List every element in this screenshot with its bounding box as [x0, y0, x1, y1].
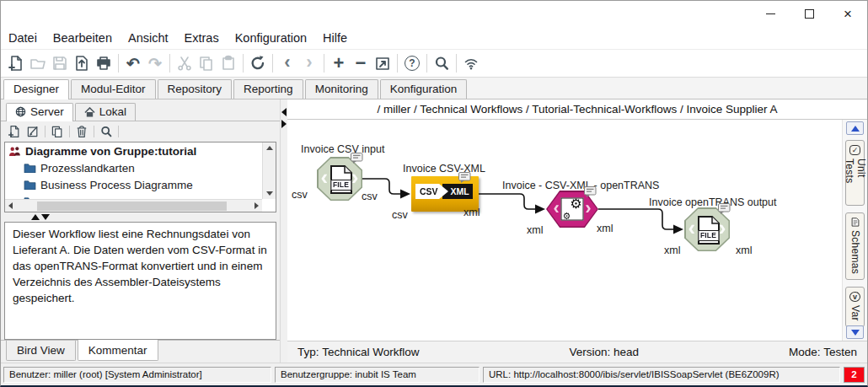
comment-text: Dieser Workflow liest eine Rechnungsdate… — [13, 228, 267, 304]
tree-horizontal-scrollbar[interactable] — [5, 199, 262, 212]
search-icon[interactable] — [431, 52, 453, 74]
copy-icon[interactable] — [196, 52, 217, 74]
canvas-column: / miller / Technical Workflows / Tutoria… — [287, 99, 867, 363]
folder-icon — [24, 163, 36, 173]
tab-bird-view[interactable]: Bird View — [6, 341, 76, 361]
tab-lokal-label: Lokal — [99, 105, 126, 118]
menu-konfiguration[interactable]: Konfiguration — [235, 31, 307, 45]
maximize-button[interactable] — [790, 1, 828, 26]
close-icon: × — [844, 7, 852, 21]
node-label: Invoice CSV input — [301, 143, 384, 155]
forward-icon[interactable]: › — [298, 52, 320, 74]
print-icon[interactable] — [93, 52, 115, 74]
fit-view-icon[interactable] — [372, 52, 394, 74]
dock-tab-schemas[interactable]: Schemas — [845, 212, 865, 280]
tab-repository[interactable]: Repository — [158, 79, 233, 99]
connection-icon[interactable] — [460, 52, 482, 74]
redo-icon[interactable]: ↷ — [144, 52, 166, 74]
tab-monitoring[interactable]: Monitoring — [305, 79, 378, 99]
undo-icon[interactable]: ↶ — [122, 52, 144, 74]
save-icon[interactable] — [49, 52, 71, 74]
comment-badge-icon[interactable] — [584, 186, 597, 198]
refresh-icon[interactable] — [247, 52, 269, 74]
tree-root[interactable]: Diagramme von Gruppe:tutorial — [5, 142, 262, 159]
tree-item-prozesslandkarten[interactable]: Prozesslandkarten — [5, 159, 262, 176]
tab-modul-editor[interactable]: Modul-Editor — [71, 79, 156, 99]
tab-server-label: Server — [30, 105, 64, 118]
collapse-left-icon[interactable] — [281, 108, 287, 116]
open-folder-icon[interactable] — [27, 52, 49, 74]
dock-tab-var[interactable]: v Var — [845, 287, 865, 327]
tree-comment-splitter[interactable] — [1, 212, 280, 222]
toolbar-separator — [456, 54, 457, 73]
tree-vertical-scrollbar[interactable] — [262, 142, 276, 199]
copy-icon[interactable] — [48, 123, 67, 140]
zoom-in-icon[interactable]: + — [328, 52, 350, 74]
dock-tab-unit-tests[interactable]: ✓ Unit Tests — [845, 140, 865, 206]
down-arrow-icon — [851, 330, 860, 336]
new-diagram-icon[interactable] — [5, 123, 24, 140]
comment-panel[interactable]: Dieser Workflow liest eine Rechnungsdate… — [4, 222, 276, 340]
tree-item-business-process-diagramme[interactable]: Business Process Diagramme — [5, 176, 262, 193]
menu-datei[interactable]: Datei — [8, 31, 37, 45]
splitter-up-icon[interactable] — [31, 214, 40, 220]
new-document-icon[interactable] — [5, 52, 27, 74]
paste-icon[interactable] — [217, 52, 239, 74]
menu-ansicht[interactable]: Ansicht — [128, 31, 169, 45]
up-arrow-icon — [851, 126, 860, 132]
port-label: xml — [463, 207, 480, 218]
tree-root-label: Diagramme von Gruppe:tutorial — [25, 145, 196, 158]
search-icon[interactable] — [97, 123, 115, 140]
main-tab-bar: Designer Modul-Editor Repository Reporti… — [1, 78, 867, 99]
comment-badge-icon[interactable] — [718, 203, 731, 215]
canvas-scroll-up-button[interactable] — [846, 121, 864, 135]
port-label: csv — [292, 189, 308, 201]
comment-badge-icon[interactable] — [458, 172, 472, 184]
tab-kommentar[interactable]: Kommentar — [78, 340, 158, 361]
workflow-mode: Mode: Testen — [789, 346, 857, 358]
chevron-right-icon: › — [719, 217, 726, 239]
status-bar: Benutzer: miller (root) [System Administ… — [1, 363, 867, 385]
toolbar-separator — [397, 54, 398, 73]
scroll-up-icon[interactable] — [266, 146, 273, 150]
menu-hilfe[interactable]: Hilfe — [323, 31, 347, 45]
help-icon[interactable]: ? — [401, 52, 423, 74]
canvas-scroll-down-button[interactable] — [846, 325, 864, 339]
toolbar-separator — [426, 54, 427, 73]
toolbar-separator — [324, 54, 324, 73]
scroll-right-icon[interactable] — [255, 202, 259, 209]
back-icon[interactable]: ‹ — [276, 52, 298, 74]
zoom-out-icon[interactable]: − — [350, 52, 372, 74]
splitter-down-icon[interactable] — [41, 214, 50, 220]
tab-konfiguration[interactable]: Konfiguration — [380, 79, 468, 99]
tree-item-clipped[interactable] — [5, 193, 262, 199]
minimize-button[interactable] — [751, 1, 790, 26]
toolbar-separator — [118, 126, 119, 137]
workflow-canvas[interactable]: Invoice CSV input ‹ › FILE csv csv — [287, 120, 842, 341]
globe-icon — [15, 106, 26, 117]
panel-splitter[interactable] — [281, 99, 287, 363]
collapse-right-icon[interactable] — [281, 120, 287, 128]
gears-icon: ⚙ ⚙ — [561, 198, 584, 221]
scroll-left-icon[interactable] — [8, 202, 13, 209]
tab-lokal[interactable]: Lokal — [75, 103, 136, 121]
tab-reporting[interactable]: Reporting — [233, 79, 303, 99]
menu-bearbeiten[interactable]: Bearbeiten — [53, 31, 112, 45]
tab-designer[interactable]: Designer — [3, 79, 69, 99]
tree-item-label: Business Process Diagramme — [40, 179, 193, 191]
scrollbar-thumb[interactable] — [37, 202, 227, 211]
chevron-left-icon: ‹ — [554, 199, 560, 218]
edit-icon[interactable] — [24, 123, 42, 140]
close-button[interactable]: × — [828, 1, 867, 26]
delete-icon[interactable] — [72, 123, 91, 140]
status-group: Benutzergruppe: inubit IS Team — [275, 367, 480, 383]
dock-tab-label: Var — [849, 305, 861, 321]
scroll-down-icon[interactable] — [266, 191, 273, 196]
comment-badge-icon[interactable] — [351, 153, 364, 164]
message-count-badge[interactable]: 2 — [844, 367, 865, 383]
port-label: xml — [527, 224, 543, 236]
cut-icon[interactable] — [174, 52, 196, 74]
tab-server[interactable]: Server — [6, 103, 73, 121]
import-icon[interactable] — [71, 52, 93, 74]
menu-extras[interactable]: Extras — [185, 31, 219, 45]
